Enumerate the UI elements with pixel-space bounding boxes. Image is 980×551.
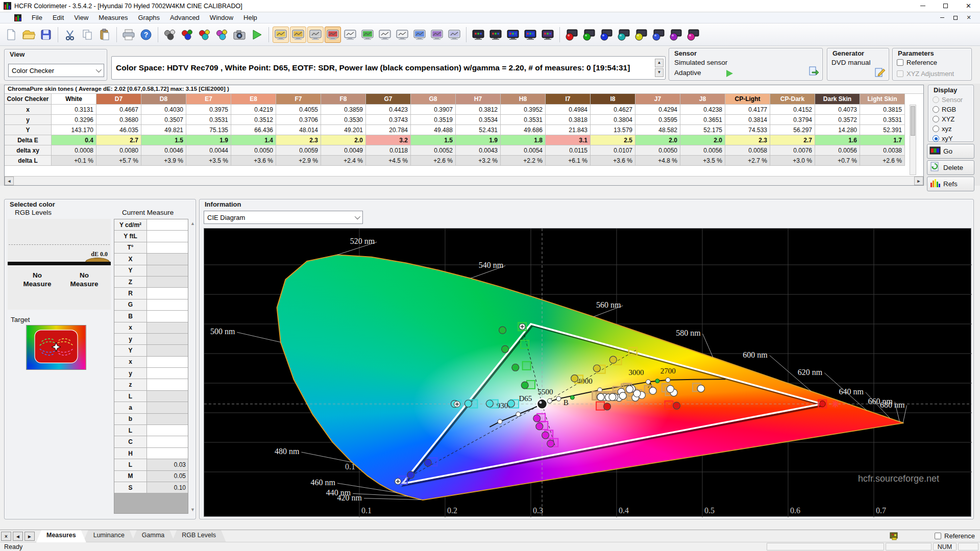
sensor-config-icon[interactable]: [808, 66, 819, 77]
cell-Light-Skin-delta-L[interactable]: +2.6 %: [860, 156, 905, 166]
column-header-I8[interactable]: I8: [591, 94, 635, 105]
cell-Dark-Skin-delta-L[interactable]: +0.7 %: [815, 156, 860, 166]
scroll-left-icon[interactable]: ◄: [5, 177, 14, 185]
mdi-close-button[interactable]: ✕: [965, 14, 973, 21]
column-header-E7[interactable]: E7: [186, 94, 231, 105]
view-rgb-levels-button[interactable]: [325, 27, 341, 43]
cell-G8-y[interactable]: 0.3519: [411, 115, 456, 125]
info-scroll-down-button[interactable]: ▼: [655, 68, 664, 77]
column-header-H8[interactable]: H8: [501, 94, 546, 105]
cell-E7-x[interactable]: 0.3975: [186, 105, 231, 115]
menu-item-help[interactable]: Help: [238, 13, 262, 22]
current-measure-scrollbar[interactable]: ▲ ▼: [189, 219, 196, 514]
cell-E8-delta-xy[interactable]: 0.0050: [231, 145, 276, 156]
snapshot-button[interactable]: [231, 27, 248, 43]
cell-White-y[interactable]: 0.3296: [52, 115, 96, 125]
cell-CP-Dark-delta-xy[interactable]: 0.0076: [770, 145, 815, 156]
radio-icon[interactable]: [933, 126, 939, 132]
info-scroll-up-button[interactable]: ▲: [655, 59, 664, 67]
cell-G8-x[interactable]: 0.3907: [411, 105, 456, 115]
cell-I7-x[interactable]: 0.4984: [546, 105, 591, 115]
tab-rgb-levels[interactable]: RGB Levels: [172, 530, 226, 542]
cell-E7-y[interactable]: 0.3531: [186, 115, 231, 125]
cell-I7-y[interactable]: 0.3818: [546, 115, 591, 125]
cell-E8-y[interactable]: 0.3512: [231, 115, 276, 125]
view-gamma-button[interactable]: [290, 27, 306, 43]
view-run-button[interactable]: [359, 27, 376, 43]
view-nearblack-button[interactable]: [307, 27, 324, 43]
run-measures-button[interactable]: [249, 27, 265, 43]
cell-D8-Delta-E[interactable]: 1.5: [141, 135, 186, 145]
cell-Light-Skin-x[interactable]: 0.3815: [860, 105, 905, 115]
radio-icon[interactable]: [933, 135, 939, 142]
cell-H7-y[interactable]: 0.3534: [456, 115, 501, 125]
document-icon[interactable]: [14, 14, 21, 21]
cut-button[interactable]: [62, 27, 78, 43]
measure-colorchecker-button[interactable]: [214, 27, 230, 43]
measure-display-primaries-button[interactable]: [505, 27, 521, 43]
cell-I8-Delta-E[interactable]: 2.5: [591, 135, 635, 145]
cell-CP-Light-y[interactable]: 0.3814: [725, 115, 770, 125]
column-header-F8[interactable]: F8: [321, 94, 366, 105]
cell-Dark-Skin-y[interactable]: 0.3572: [815, 115, 860, 125]
cell-H8-delta-L[interactable]: +2.2 %: [501, 156, 546, 166]
cell-I8-delta-xy[interactable]: 0.0107: [591, 145, 635, 156]
cell-White-delta-L[interactable]: +0.1 %: [52, 156, 96, 166]
cell-CP-Light-x[interactable]: 0.4177: [725, 105, 770, 115]
cell-J8-delta-L[interactable]: +3.5 %: [680, 156, 725, 166]
display-option-xyz[interactable]: xyz: [933, 124, 973, 133]
cell-E7-Delta-E[interactable]: 1.9: [186, 135, 231, 145]
cell-I8-delta-L[interactable]: +3.6 %: [591, 156, 635, 166]
measure-cyan-button[interactable]: [616, 27, 632, 43]
cell-G7-delta-L[interactable]: +4.5 %: [366, 156, 411, 166]
column-header-G7[interactable]: G7: [366, 94, 411, 105]
new-file-button[interactable]: [3, 27, 19, 43]
reference-checkbox[interactable]: [897, 59, 903, 66]
cell-H8-Delta-E[interactable]: 1.8: [501, 135, 546, 145]
cell-H7-Delta-E[interactable]: 1.9: [456, 135, 501, 145]
cell-H7-Y[interactable]: 52.431: [456, 125, 501, 135]
cell-J8-Delta-E[interactable]: 2.0: [680, 135, 725, 145]
cell-E8-Delta-E[interactable]: 1.4: [231, 135, 276, 145]
cell-I7-delta-L[interactable]: +6.1 %: [546, 156, 591, 166]
scroll-right-icon[interactable]: ►: [914, 177, 923, 185]
view-saturation-button[interactable]: [394, 27, 410, 43]
column-header-E8[interactable]: E8: [231, 94, 276, 105]
cell-CP-Light-Delta-E[interactable]: 2.3: [725, 135, 770, 145]
cell-J7-y[interactable]: 0.3595: [635, 115, 680, 125]
tab-gamma[interactable]: Gamma: [132, 530, 175, 542]
cell-CP-Dark-delta-L[interactable]: +3.0 %: [770, 156, 815, 166]
tab-measures[interactable]: Measures: [36, 530, 86, 542]
cell-White-x[interactable]: 0.3131: [52, 105, 96, 115]
cell-CP-Light-delta-xy[interactable]: 0.0058: [725, 145, 770, 156]
cell-H7-delta-L[interactable]: +3.2 %: [456, 156, 501, 166]
measures-hscrollbar[interactable]: ◄ ►: [5, 176, 923, 185]
radio-icon[interactable]: [933, 96, 939, 103]
column-header-D7[interactable]: D7: [96, 94, 141, 105]
cell-G7-Delta-E[interactable]: 3.2: [366, 135, 411, 145]
cell-H8-x[interactable]: 0.3952: [501, 105, 546, 115]
cell-F7-delta-L[interactable]: +2.9 %: [276, 156, 321, 166]
measure-green-button[interactable]: [581, 27, 597, 43]
tab-close-button[interactable]: ×: [1, 532, 11, 541]
column-header-D8[interactable]: D8: [141, 94, 186, 105]
refs-button[interactable]: Refs: [927, 177, 974, 191]
help-button[interactable]: ?: [138, 27, 154, 43]
cell-F8-Delta-E[interactable]: 2.0: [321, 135, 366, 145]
print-button[interactable]: [120, 27, 137, 43]
cell-Light-Skin-y[interactable]: 0.3531: [860, 115, 905, 125]
column-header-I7[interactable]: I7: [546, 94, 591, 105]
menu-item-measures[interactable]: Measures: [93, 13, 133, 22]
cell-E8-delta-L[interactable]: +3.6 %: [231, 156, 276, 166]
cell-CP-Light-delta-L[interactable]: +2.7 %: [725, 156, 770, 166]
reference-checkbox-row[interactable]: Reference: [935, 532, 975, 540]
column-header-White[interactable]: White: [52, 94, 96, 105]
maximize-button[interactable]: [934, 0, 957, 12]
graph-type-select[interactable]: CIE Diagram: [204, 211, 363, 224]
cell-J8-delta-xy[interactable]: 0.0056: [680, 145, 725, 156]
cell-F7-delta-xy[interactable]: 0.0059: [276, 145, 321, 156]
cell-D7-Y[interactable]: 46.035: [96, 125, 141, 135]
view-cie-diagram-button[interactable]: [342, 27, 358, 43]
cell-F7-x[interactable]: 0.4055: [276, 105, 321, 115]
column-header-F7[interactable]: F7: [276, 94, 321, 105]
